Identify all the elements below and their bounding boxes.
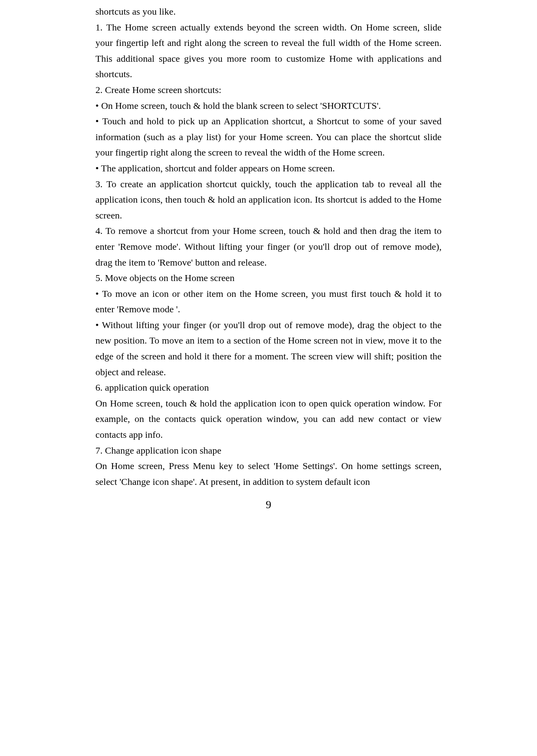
paragraph-2-bullet-2: • Touch and hold to pick up an Applicati…	[95, 114, 442, 161]
paragraph-7-heading: 7. Change application icon shape	[95, 443, 442, 459]
paragraph-2-heading: 2. Create Home screen shortcuts:	[95, 82, 442, 98]
paragraph-6-heading: 6. application quick operation	[95, 380, 442, 396]
paragraph-4: 4. To remove a shortcut from your Home s…	[95, 223, 442, 270]
paragraph-intro: shortcuts as you like.	[95, 4, 442, 20]
page-number: 9	[95, 496, 442, 514]
paragraph-5-heading: 5. Move objects on the Home screen	[95, 270, 442, 286]
document-content: shortcuts as you like. 1. The Home scree…	[95, 4, 442, 490]
paragraph-5-bullet-1: • To move an icon or other item on the H…	[95, 286, 442, 317]
paragraph-6-body: On Home screen, touch & hold the applica…	[95, 396, 442, 443]
paragraph-7-body: On Home screen, Press Menu key to select…	[95, 458, 442, 490]
paragraph-2-bullet-3: • The application, shortcut and folder a…	[95, 161, 442, 177]
paragraph-2-bullet-1: • On Home screen, touch & hold the blank…	[95, 98, 442, 114]
paragraph-3: 3. To create an application shortcut qui…	[95, 177, 442, 224]
paragraph-1: 1. The Home screen actually extends beyo…	[95, 20, 442, 82]
paragraph-5-bullet-2: • Without lifting your finger (or you'll…	[95, 317, 442, 380]
